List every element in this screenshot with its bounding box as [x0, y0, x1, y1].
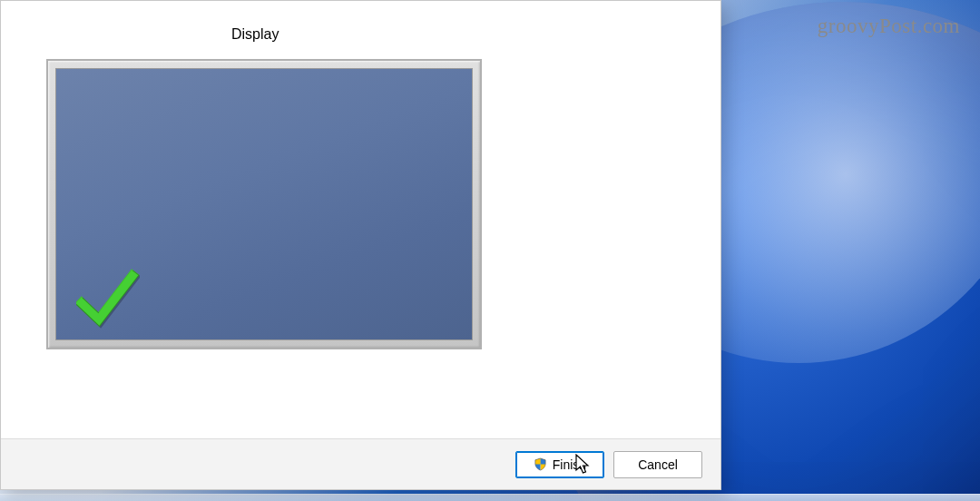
dialog-content: Display — [1, 1, 720, 438]
uac-shield-icon — [534, 457, 547, 471]
cancel-button[interactable]: Cancel — [613, 451, 702, 478]
display-preview-label: Display — [231, 26, 279, 43]
finish-button[interactable]: Finish — [515, 451, 604, 478]
cancel-button-label: Cancel — [638, 457, 678, 472]
taskbar[interactable] — [0, 494, 980, 501]
watermark-text: groovyPost.com — [818, 15, 960, 38]
dialog-button-bar: Finish Cancel — [1, 438, 720, 489]
display-calibration-dialog: Display — [0, 0, 721, 490]
monitor-preview-screen — [55, 68, 473, 340]
monitor-preview-frame — [46, 59, 482, 349]
checkmark-icon — [76, 267, 140, 330]
finish-button-label: Finish — [553, 457, 586, 472]
